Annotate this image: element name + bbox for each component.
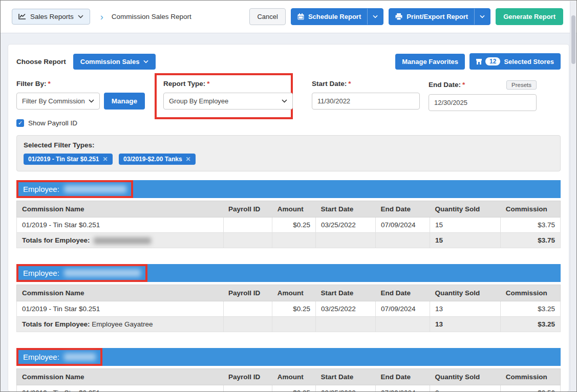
report-type-select[interactable]: Group By Employee: [163, 93, 293, 110]
end-date-label: End Date:*: [429, 81, 465, 90]
filter-by-field: Filter By:* Filter By Commission Manage: [16, 80, 145, 110]
cell-payroll-id: [223, 301, 272, 317]
employee-1-header: Employee:: [16, 180, 561, 198]
commission-table-3: Commission Name Payroll ID Amount Start …: [16, 368, 561, 392]
cell-commission: $0.50: [501, 385, 561, 392]
col-payroll-id: Payroll ID: [223, 201, 272, 217]
report-dropdown-value: Commission Sales: [80, 58, 140, 66]
col-end-date: End Date: [375, 369, 430, 385]
col-commission-name: Commission Name: [17, 201, 224, 217]
filter-chip[interactable]: 01/2019 - Tin Star $0.251 ✕: [24, 154, 113, 165]
selected-stores-button[interactable]: 12 Selected Stores: [469, 53, 561, 70]
chip-close-icon[interactable]: ✕: [103, 156, 108, 163]
top-bar: Sales Reports › Commission Sales Report …: [1, 1, 576, 33]
sales-reports-menu-button[interactable]: Sales Reports: [12, 9, 90, 25]
calendar-icon: [297, 13, 304, 20]
required-asterisk: *: [207, 80, 209, 88]
cell-commission-name: 01/2019 - Tin Star $0.251: [17, 217, 224, 233]
page-content: Choose Report Commission Sales Manage Fa…: [1, 33, 576, 392]
totals-commission: $3.75: [501, 233, 561, 248]
filter-chip-label: 01/2019 - Tin Star $0.251: [28, 156, 99, 163]
breadcrumb-separator-icon: ›: [100, 12, 103, 21]
table-header-row: Commission Name Payroll ID Amount Start …: [17, 285, 561, 301]
employee-section-1: Employee: Commission Name Payroll ID Amo…: [16, 180, 561, 248]
chevron-down-icon: [143, 60, 148, 63]
print-export-caret[interactable]: [475, 15, 490, 18]
cell-start-date: 03/25/2022: [316, 301, 376, 317]
cell-commission-name: 01/2019 - Tin Star $0.251: [17, 385, 224, 392]
show-payroll-id-checkbox[interactable]: ✓: [16, 119, 24, 127]
filter-chip[interactable]: 03/2019-$2.00 Tanks ✕: [119, 154, 196, 165]
employee-2-header: Employee:: [16, 264, 561, 282]
printer-icon: [395, 13, 402, 20]
col-commission: Commission: [501, 369, 561, 385]
choose-report-label: Choose Report: [16, 58, 66, 66]
selected-filter-types-label: Selected Filter Types:: [24, 141, 553, 149]
scrollbar-thumb[interactable]: [571, 15, 575, 64]
employee-label: Employee:: [23, 353, 59, 361]
vertical-scrollbar[interactable]: [570, 1, 576, 391]
schedule-report-label: Schedule Report: [308, 13, 361, 20]
totals-quantity: 13: [430, 317, 501, 332]
selected-stores-count-badge: 12: [485, 57, 500, 66]
report-dropdown[interactable]: Commission Sales: [73, 54, 156, 70]
breadcrumb-title: Commission Sales Report: [112, 13, 191, 20]
col-commission: Commission: [501, 201, 561, 217]
report-card: Choose Report Commission Sales Manage Fa…: [8, 44, 569, 392]
choose-report-row: Choose Report Commission Sales Manage Fa…: [16, 53, 561, 70]
cell-payroll-id: [223, 217, 272, 233]
cell-payroll-id: [223, 385, 272, 392]
col-amount: Amount: [272, 369, 316, 385]
employee-1-highlight-box: Employee:: [16, 180, 133, 198]
chevron-down-icon: [480, 15, 485, 18]
employee-2-name-redacted: [64, 269, 141, 277]
schedule-report-caret[interactable]: [368, 15, 383, 18]
manage-filter-button[interactable]: Manage: [104, 93, 145, 110]
chip-close-icon[interactable]: ✕: [186, 156, 191, 163]
col-commission-name: Commission Name: [17, 369, 224, 385]
required-asterisk: *: [48, 80, 51, 88]
cell-quantity-sold: 15: [430, 217, 501, 233]
report-type-label: Report Type:*: [163, 80, 284, 89]
totals-payroll-id: [223, 233, 272, 248]
cell-end-date: 07/09/2024: [375, 301, 430, 317]
sales-reports-label: Sales Reports: [30, 13, 74, 20]
employee-section-2: Employee: Commission Name Payroll ID Amo…: [16, 264, 561, 332]
start-date-field: Start Date:*: [312, 80, 420, 110]
start-date-input[interactable]: [312, 93, 420, 110]
cell-start-date: 03/25/2022: [316, 385, 376, 392]
col-commission-name: Commission Name: [17, 285, 224, 301]
cell-commission: $3.25: [501, 301, 561, 317]
col-amount: Amount: [272, 285, 316, 301]
col-payroll-id: Payroll ID: [223, 285, 272, 301]
chevron-down-icon: [373, 15, 378, 18]
cell-amount: $0.25: [272, 217, 316, 233]
chevron-down-icon: [282, 99, 287, 103]
col-end-date: End Date: [375, 285, 430, 301]
totals-label-cell: Totals for Employee: Employee Gayatree: [17, 317, 224, 332]
filter-by-select[interactable]: Filter By Commission: [16, 93, 100, 110]
col-start-date: Start Date: [316, 369, 376, 385]
commission-table-2: Commission Name Payroll ID Amount Start …: [16, 285, 561, 332]
col-quantity-sold: Quantity Sold: [430, 369, 501, 385]
selected-stores-label: Selected Stores: [504, 58, 554, 66]
totals-employee-name: Employee Gayatree: [92, 320, 153, 328]
generate-report-button[interactable]: Generate Report: [496, 8, 563, 25]
cancel-button[interactable]: Cancel: [249, 8, 285, 25]
totals-commission: $3.25: [501, 317, 561, 332]
end-date-input[interactable]: [429, 94, 537, 111]
col-commission: Commission: [501, 285, 561, 301]
presets-button[interactable]: Presets: [506, 80, 537, 90]
cell-start-date: 03/25/2022: [316, 217, 376, 233]
end-date-field: End Date:* Presets: [429, 80, 537, 111]
manage-favorites-button[interactable]: Manage Favorites: [395, 54, 465, 70]
totals-quantity: 15: [430, 233, 501, 248]
totals-label-cell: Totals for Employee:: [17, 233, 224, 248]
employee-section-3: Employee: Commission Name Payroll ID Amo…: [16, 348, 561, 392]
print-export-report-button[interactable]: Print/Export Report: [389, 8, 490, 25]
employee-3-highlight-box: Employee:: [16, 348, 102, 366]
schedule-report-button[interactable]: Schedule Report: [291, 8, 383, 25]
commission-table-1: Commission Name Payroll ID Amount Start …: [16, 201, 561, 248]
col-payroll-id: Payroll ID: [223, 369, 272, 385]
table-row: 01/2019 - Tin Star $0.251 $0.25 03/25/20…: [17, 217, 561, 233]
